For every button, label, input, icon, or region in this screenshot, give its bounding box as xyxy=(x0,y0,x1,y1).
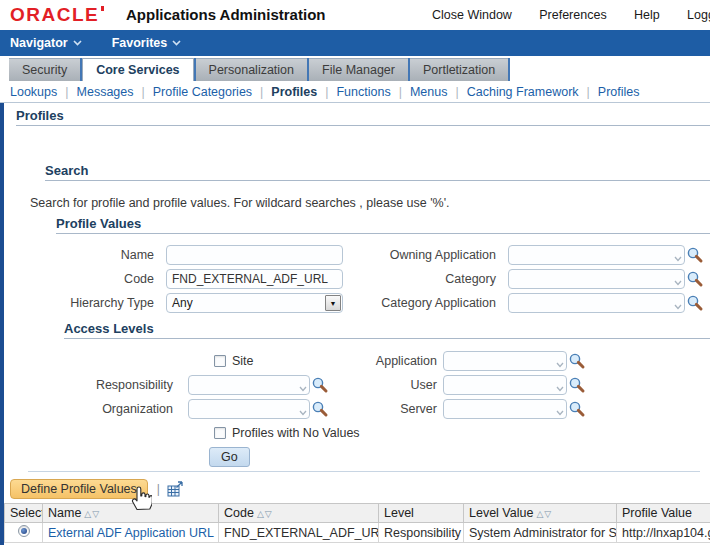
hierarchy-type-value: Any xyxy=(167,296,325,310)
column-code[interactable]: Code△▽ xyxy=(219,504,379,523)
detach-table-icon[interactable] xyxy=(167,481,184,498)
name-label: Name xyxy=(4,248,166,262)
sub-tab-bar: Lookups| Messages| Profile Categories| P… xyxy=(0,81,710,103)
subnav-separator: | xyxy=(455,85,458,99)
site-checkbox-row: Site xyxy=(214,354,304,368)
application-input[interactable] xyxy=(443,351,567,371)
responsibility-input[interactable] xyxy=(188,375,310,395)
user-label: User xyxy=(304,378,439,392)
content-area: Profiles Search Search for profile and p… xyxy=(0,103,710,545)
search-heading: Search xyxy=(45,163,710,181)
logout-link[interactable]: Logg xyxy=(687,8,710,22)
table-row: External ADF Application URL FND_EXTERNA… xyxy=(5,523,710,543)
sort-ascending-icon[interactable]: △ xyxy=(536,509,543,519)
oracle-logo-tick xyxy=(101,6,104,11)
column-level-value[interactable]: Level Value△▽ xyxy=(464,504,617,523)
column-name[interactable]: Name△▽ xyxy=(43,504,219,523)
application-label: Application xyxy=(304,354,439,368)
chevron-down-icon xyxy=(73,40,82,46)
chevron-down-icon xyxy=(172,40,181,46)
subnav-functions[interactable]: Functions xyxy=(336,85,390,99)
name-input[interactable] xyxy=(166,245,343,265)
code-input[interactable] xyxy=(166,269,343,289)
flashlight-search-icon[interactable] xyxy=(568,400,586,418)
column-level: Level xyxy=(379,504,464,523)
sort-ascending-icon[interactable]: △ xyxy=(84,509,91,519)
subnav-separator: | xyxy=(325,85,328,99)
flashlight-search-icon[interactable] xyxy=(686,246,704,264)
profile-code-cell: FND_EXTERNAL_ADF_URL xyxy=(219,523,379,543)
category-application-label: Category Application xyxy=(348,296,500,310)
profile-level-cell: Responsibility xyxy=(379,523,464,543)
sort-descending-icon[interactable]: ▽ xyxy=(92,509,99,519)
hierarchy-type-dropdown[interactable]: Any ▼ xyxy=(166,293,343,313)
server-input[interactable] xyxy=(443,399,567,419)
favorites-menu[interactable]: Favorites xyxy=(112,36,182,50)
results-table: Select Name△▽ Code△▽ Level Level Value△▽… xyxy=(4,503,710,543)
sort-descending-icon[interactable]: ▽ xyxy=(265,509,272,519)
user-input[interactable] xyxy=(443,375,567,395)
category-application-input[interactable] xyxy=(508,293,685,313)
responsibility-label: Responsibility xyxy=(4,378,176,392)
subnav-lookups[interactable]: Lookups xyxy=(10,85,57,99)
go-button[interactable]: Go xyxy=(209,447,250,467)
define-profile-values-button[interactable]: Define Profile Values xyxy=(10,479,148,499)
column-select: Select xyxy=(5,504,43,523)
tab-core-services[interactable]: Core Services xyxy=(82,58,193,81)
tab-file-manager[interactable]: File Manager xyxy=(309,58,408,81)
dropdown-arrow-icon[interactable]: ▼ xyxy=(325,295,341,311)
results-toolbar: Define Profile Values | xyxy=(4,478,710,500)
flashlight-search-icon[interactable] xyxy=(686,270,704,288)
toolbar-separator: | xyxy=(157,482,160,496)
flashlight-search-icon[interactable] xyxy=(568,352,586,370)
organization-label: Organization xyxy=(4,402,176,416)
profile-name-link[interactable]: External ADF Application URL xyxy=(48,526,214,540)
site-checkbox[interactable] xyxy=(214,355,226,367)
close-window-link[interactable]: Close Window xyxy=(432,8,512,22)
subnav-caching-framework[interactable]: Caching Framework xyxy=(467,85,579,99)
preferences-link[interactable]: Preferences xyxy=(539,8,606,22)
tab-portletization[interactable]: Portletization xyxy=(410,58,508,81)
table-header-row: Select Name△▽ Code△▽ Level Level Value△▽… xyxy=(5,504,710,523)
row-select-radio[interactable] xyxy=(18,525,30,537)
search-description: Search for profile and profile values. F… xyxy=(30,196,710,210)
access-levels-heading: Access Levels xyxy=(64,321,710,339)
profile-level-value-cell: System Administrator for SA xyxy=(464,523,617,543)
subnav-messages[interactable]: Messages xyxy=(77,85,134,99)
owning-application-label: Owning Application xyxy=(348,248,500,262)
sort-descending-icon[interactable]: ▽ xyxy=(544,509,551,519)
subnav-separator: | xyxy=(587,85,590,99)
main-menu-bar: Navigator Favorites xyxy=(0,30,710,56)
profile-values-heading: Profile Values xyxy=(56,216,710,234)
hierarchy-type-label: Hierarchy Type xyxy=(4,296,166,310)
subnav-separator: | xyxy=(65,85,68,99)
subnav-separator: | xyxy=(142,85,145,99)
flashlight-search-icon[interactable] xyxy=(568,376,586,394)
access-levels-form: Site Application Responsibility User O xyxy=(4,349,710,469)
profile-value-cell: http://lnxap104.g xyxy=(617,523,710,543)
profiles-no-values-row: Profiles with No Values xyxy=(214,426,439,440)
navigator-menu[interactable]: Navigator xyxy=(10,36,82,50)
category-label: Category xyxy=(348,272,500,286)
subnav-profiles-link[interactable]: Profiles xyxy=(598,85,640,99)
content-left-border xyxy=(0,103,4,545)
category-input[interactable] xyxy=(508,269,685,289)
owning-application-input[interactable] xyxy=(508,245,685,265)
tab-security[interactable]: Security xyxy=(9,58,80,81)
profiles-with-no-values-checkbox[interactable] xyxy=(214,427,226,439)
global-links: Close Window Preferences Help Logg xyxy=(432,8,710,22)
code-label: Code xyxy=(4,272,166,286)
subnav-profile-categories[interactable]: Profile Categories xyxy=(153,85,252,99)
page-heading: Profiles xyxy=(16,108,710,126)
tab-bar: Security Core Services Personalization F… xyxy=(0,58,710,81)
help-link[interactable]: Help xyxy=(634,8,660,22)
sort-ascending-icon[interactable]: △ xyxy=(257,509,264,519)
flashlight-search-icon[interactable] xyxy=(686,294,704,312)
top-header: ORACLE Applications Administration Close… xyxy=(0,0,710,30)
tab-personalization[interactable]: Personalization xyxy=(196,58,307,81)
page-title: Applications Administration xyxy=(126,6,325,23)
organization-input[interactable] xyxy=(188,399,310,419)
site-label: Site xyxy=(232,354,254,368)
application-window: ORACLE Applications Administration Close… xyxy=(0,0,710,545)
subnav-menus[interactable]: Menus xyxy=(410,85,448,99)
